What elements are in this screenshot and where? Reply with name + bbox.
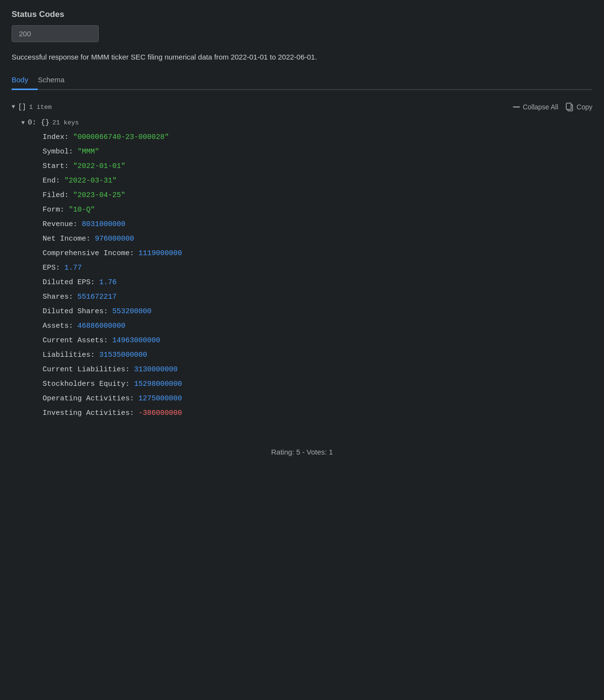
success-message: Successful response for MMM ticker SEC f… bbox=[12, 53, 592, 61]
collapse-all-label: Collapse All bbox=[523, 103, 558, 111]
field-stockholders-equity: Stockholders Equity: 15298000000 bbox=[43, 377, 592, 392]
field-symbol: Symbol: "MMM" bbox=[43, 145, 592, 159]
collapse-all-button[interactable]: Collapse All bbox=[513, 103, 558, 111]
status-code-input[interactable] bbox=[12, 25, 99, 42]
json-root-info: ▼ [] 1 item bbox=[12, 103, 52, 111]
tab-body[interactable]: Body bbox=[12, 72, 38, 90]
field-operating-activities: Operating Activities: 1275000000 bbox=[43, 392, 592, 406]
status-codes-section: Status Codes bbox=[12, 10, 592, 42]
tab-schema[interactable]: Schema bbox=[38, 72, 74, 90]
root-arrow[interactable]: ▼ bbox=[12, 104, 15, 110]
svg-rect-1 bbox=[566, 103, 571, 109]
field-shares: Shares: 551672217 bbox=[43, 290, 592, 304]
field-liabilities: Liabilities: 31535000000 bbox=[43, 348, 592, 363]
object-index: 0: {} bbox=[28, 116, 49, 130]
field-assets: Assets: 46886000000 bbox=[43, 319, 592, 334]
field-current-assets: Current Assets: 14963000000 bbox=[43, 334, 592, 348]
field-comprehensive-income: Comprehensive Income: 1119000000 bbox=[43, 246, 592, 261]
field-revenue: Revenue: 8031000000 bbox=[43, 217, 592, 232]
copy-button[interactable]: Copy bbox=[566, 103, 592, 111]
field-start: Start: "2022-01-01" bbox=[43, 159, 592, 174]
field-end: End: "2022-03-31" bbox=[43, 174, 592, 188]
field-form: Form: "10-Q" bbox=[43, 203, 592, 217]
json-body: ▼ 0: {} 21 keys Index: "0000066740-23-00… bbox=[12, 116, 592, 421]
collapse-icon bbox=[513, 107, 520, 107]
field-diluted-eps: Diluted EPS: 1.76 bbox=[43, 275, 592, 290]
object-header: ▼ 0: {} 21 keys bbox=[17, 116, 592, 130]
json-toolbar: ▼ [] 1 item Collapse All Copy bbox=[12, 103, 592, 111]
toolbar-actions: Collapse All Copy bbox=[513, 103, 592, 111]
copy-label: Copy bbox=[576, 103, 592, 111]
item-count: 1 item bbox=[29, 104, 52, 111]
field-net-income: Net Income: 976000000 bbox=[43, 232, 592, 246]
object-arrow[interactable]: ▼ bbox=[21, 118, 25, 129]
object-key-count: 21 keys bbox=[52, 117, 79, 129]
tabs-row: Body Schema bbox=[12, 72, 592, 90]
field-filed: Filed: "2023-04-25" bbox=[43, 188, 592, 203]
field-eps: EPS: 1.77 bbox=[43, 261, 592, 275]
field-index: Index: "0000066740-23-000028" bbox=[43, 130, 592, 145]
field-investing-activities: Investing Activities: -386000000 bbox=[43, 406, 592, 421]
rating-footer: Rating: 5 - Votes: 1 bbox=[12, 448, 592, 456]
root-bracket: [] bbox=[18, 103, 26, 111]
json-container: ▼ [] 1 item Collapse All Copy ▼ bbox=[12, 99, 592, 425]
status-codes-label: Status Codes bbox=[12, 10, 592, 19]
field-current-liabilities: Current Liabilities: 3130000000 bbox=[43, 363, 592, 377]
copy-icon bbox=[566, 103, 574, 111]
field-diluted-shares: Diluted Shares: 553200000 bbox=[43, 304, 592, 319]
json-fields: Index: "0000066740-23-000028" Symbol: "M… bbox=[17, 130, 592, 421]
